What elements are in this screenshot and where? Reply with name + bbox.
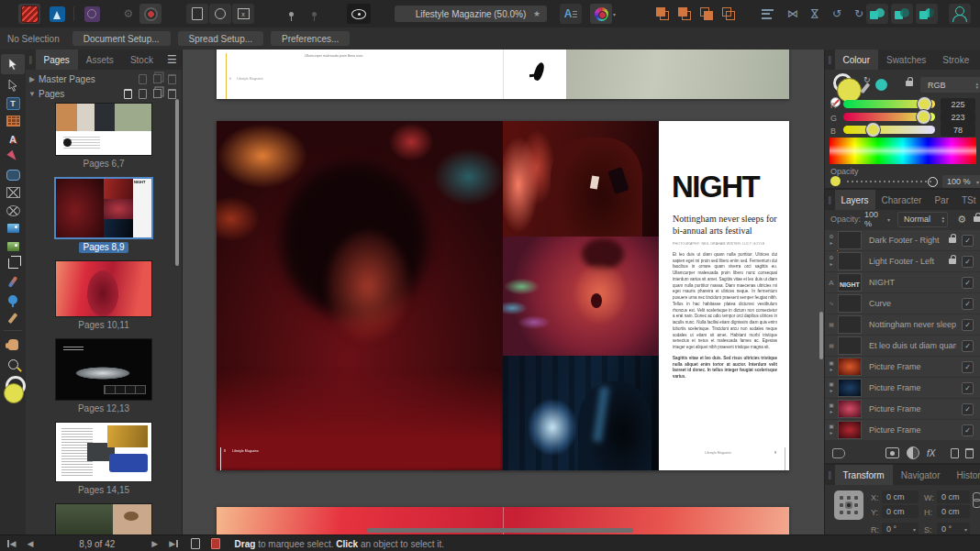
tab-character[interactable]: Character	[875, 190, 929, 210]
blend-mode-select[interactable]: Normal ▴▾	[897, 212, 948, 227]
rotation-field[interactable]: 0 °▾	[882, 523, 919, 535]
preferences-button[interactable]: Preferences...	[271, 31, 350, 46]
ellipse-frame-tool[interactable]	[1, 202, 25, 219]
layer-visibility-checkbox[interactable]: ✓	[962, 403, 974, 415]
article-subtitle[interactable]: Nottingham never sleeps for bi-annual ar…	[673, 213, 783, 237]
page-thumb-label[interactable]: Pages 14,15	[78, 485, 129, 496]
layer-visibility-checkbox[interactable]: ✓	[962, 277, 974, 289]
layer-visibility-checkbox[interactable]: ✓	[962, 382, 974, 394]
flip-vertical-icon[interactable]: ⋈	[804, 4, 826, 24]
pages-scrollbar[interactable]	[175, 99, 179, 266]
colour-wheel-icon[interactable]	[590, 4, 612, 24]
page-thumb-label[interactable]: Pages 6,7	[83, 159, 124, 170]
picture-frame-tool[interactable]	[1, 219, 25, 237]
red-slider[interactable]	[843, 100, 935, 108]
previous-spread-icon[interactable]: ◀	[21, 539, 39, 548]
duplicate-master-icon[interactable]	[153, 74, 161, 83]
zoom-tool[interactable]	[1, 356, 25, 373]
x-field[interactable]: 0 cm	[882, 490, 919, 503]
lock-icon[interactable]	[949, 259, 956, 264]
panel-grip-icon[interactable]: ∥	[825, 470, 835, 479]
next-spread-icon[interactable]: ▶	[146, 539, 163, 548]
tab-text-styles[interactable]: TSt	[955, 190, 980, 210]
table-tool[interactable]	[1, 112, 25, 129]
tab-stroke[interactable]: Stroke	[934, 50, 977, 70]
layer-visibility-checkbox[interactable]: ✓	[962, 361, 974, 373]
master-pages-section[interactable]: ▶ Master Pages	[26, 72, 182, 86]
tab-layers[interactable]: Layers	[835, 190, 875, 210]
blue-slider[interactable]	[843, 126, 935, 134]
delete-master-icon[interactable]	[168, 74, 176, 84]
layer-row-night[interactable]: A NIGHT NIGHT ✓	[825, 272, 980, 292]
layer-row-picture-frame-1[interactable]: ▣▸ Picture Frame ✓	[825, 357, 980, 377]
fx-icon[interactable]: fX	[927, 448, 935, 458]
move-to-front-icon[interactable]	[651, 4, 674, 24]
tab-transform[interactable]: Transform	[835, 465, 893, 485]
article-credit[interactable]: PHOTOGRAPHY: NEIL GRAHAM WRITER: LUCY GO…	[673, 242, 824, 248]
boolean-add-icon[interactable]	[866, 4, 888, 24]
layer-settings-gear-icon[interactable]: ⚙	[957, 214, 966, 226]
document-setup-button[interactable]: Document Setup...	[72, 31, 171, 46]
expand-icon[interactable]: ▸	[830, 240, 832, 247]
chevron-down-icon[interactable]: ▼	[26, 90, 39, 98]
layer-row-light-footer[interactable]: ⚙▸ Light Footer - Left ✓	[825, 251, 980, 271]
first-spread-icon[interactable]: ◀	[0, 539, 21, 548]
layer-visibility-checkbox[interactable]: ✓	[962, 424, 974, 436]
page-thumb-10-11[interactable]	[55, 260, 152, 317]
tab-paragraph[interactable]: Par	[928, 190, 955, 210]
layer-row-text-frame-1[interactable]: ▤ Nottingham never sleeps f ✓	[825, 314, 980, 335]
layer-visibility-checkbox[interactable]: ✓	[962, 319, 974, 331]
shape-circle-icon[interactable]	[209, 4, 231, 24]
artistic-text-tool[interactable]: A	[1, 130, 25, 148]
view-hand-tool[interactable]	[1, 336, 25, 353]
page-thumb-label-selected[interactable]: Pages 8,9	[79, 242, 128, 253]
page-thumb-14-15[interactable]	[55, 422, 152, 482]
gear-icon[interactable]: ⚙	[829, 234, 833, 240]
spread-setup-button[interactable]: Spread Setup...	[178, 31, 264, 46]
opacity-slider-thumb[interactable]	[928, 177, 938, 187]
text-character-icon[interactable]: A	[560, 4, 582, 24]
rectangle-frame-tool[interactable]	[1, 183, 25, 201]
alignment-icon[interactable]	[756, 4, 778, 24]
adjustment-icon[interactable]	[907, 446, 919, 459]
colour-well[interactable]	[4, 383, 24, 403]
lock-icon[interactable]	[906, 81, 913, 86]
layer-row-picture-frame-2[interactable]: ▣▸ Picture Frame ✓	[825, 378, 980, 398]
page-thumb-8-9-selected[interactable]: NIGHT	[54, 177, 153, 239]
green-value[interactable]: 223	[941, 111, 975, 124]
photo-laughing-woman[interactable]	[503, 237, 659, 356]
red-slider-thumb[interactable]	[918, 97, 931, 111]
red-value[interactable]: 225	[941, 98, 975, 111]
chevron-right-icon[interactable]: ▶	[26, 75, 39, 83]
tab-history[interactable]: History	[949, 465, 980, 485]
delete-page-icon[interactable]	[168, 89, 176, 99]
w-field[interactable]: 0 cm	[937, 490, 970, 503]
layer-visibility-checkbox[interactable]: ✓	[962, 235, 974, 247]
panel-grip-icon[interactable]: ∥	[825, 195, 835, 204]
blue-slider-thumb[interactable]	[866, 123, 880, 137]
page-thumb-label[interactable]: Pages 12,13	[78, 403, 129, 414]
expand-icon[interactable]: ▸	[830, 261, 832, 268]
new-document-icon[interactable]	[186, 4, 208, 24]
lock-icon[interactable]	[949, 237, 956, 243]
affinity-publisher-icon[interactable]	[18, 4, 40, 24]
duplicate-page-icon[interactable]	[153, 89, 161, 98]
opacity-slider[interactable]	[847, 181, 931, 182]
tab-pages[interactable]: Pages	[36, 50, 78, 70]
panel-menu-icon[interactable]: ☰	[161, 53, 183, 66]
boolean-divide-icon[interactable]	[916, 4, 938, 24]
eyedropper-icon[interactable]	[863, 83, 867, 94]
add-layer-icon[interactable]	[951, 448, 959, 458]
account-icon[interactable]	[949, 4, 971, 24]
green-slider[interactable]	[843, 113, 935, 121]
move-tool[interactable]	[1, 54, 25, 74]
move-backward-icon[interactable]	[696, 4, 718, 24]
opacity-select[interactable]: 100 % ▾	[942, 175, 980, 188]
boolean-subtract-icon[interactable]	[891, 4, 913, 24]
headline-night[interactable]: NIGHT	[672, 171, 785, 202]
frame-text-tool[interactable]: T	[1, 94, 25, 112]
tag-icon[interactable]	[832, 448, 845, 458]
layer-row-curve[interactable]: ∿ Curve ✓	[825, 293, 980, 314]
crop-tool[interactable]	[1, 255, 25, 272]
insert-pages-icon[interactable]	[124, 89, 132, 99]
